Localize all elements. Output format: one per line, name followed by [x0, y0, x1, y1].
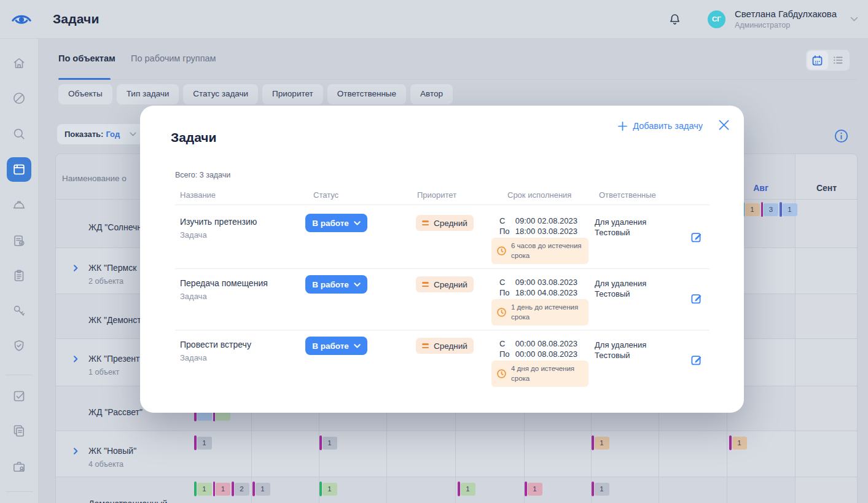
filter-chip-2[interactable]: Статус задачи: [183, 84, 258, 104]
task-count-badge[interactable]: 1: [729, 435, 747, 450]
task-count-badge[interactable]: 3: [761, 202, 779, 217]
expand-chevron-right-icon[interactable]: [73, 356, 79, 362]
add-task-button[interactable]: Добавить задачу: [618, 121, 703, 131]
sidebar-divider: [6, 491, 33, 492]
app-logo-eye-icon[interactable]: [11, 11, 32, 28]
task-count-badge[interactable]: 1: [592, 435, 609, 450]
chevron-down-icon: [354, 283, 361, 287]
sidebar-item-copy[interactable]: [7, 419, 31, 443]
priority-label: Средний: [434, 219, 467, 228]
task-count-badge[interactable]: 1: [458, 482, 475, 496]
sidebar-item-construction[interactable]: [7, 193, 31, 217]
status-dropdown-button[interactable]: В работе: [305, 275, 367, 294]
objects-icon: [12, 162, 26, 177]
task-count-badge[interactable]: 1: [592, 482, 609, 496]
sidebar-item-report-check[interactable]: [7, 228, 31, 253]
badge-priority-bar: [761, 202, 764, 217]
badge-priority-bar: [592, 435, 594, 450]
list-view-button[interactable]: [828, 51, 849, 69]
filter-chip-3[interactable]: Приоритет: [262, 84, 323, 104]
task-row: Передача помещенияЗадачаВ работеСреднийС…: [140, 275, 744, 337]
user-menu-chevron-down-icon[interactable]: [850, 17, 858, 21]
tab-by-objects[interactable]: По объектам: [58, 53, 115, 63]
assignee-name: Для удаления: [595, 340, 646, 350]
assignee-name: Тестовый: [595, 350, 646, 361]
filter-chip-5[interactable]: Автор: [410, 84, 453, 104]
expand-chevron-right-icon[interactable]: [73, 448, 79, 454]
badge-count: 1: [323, 483, 337, 496]
sidebar-item-briefcase-user[interactable]: [7, 454, 31, 479]
sidebar-item-clipboard[interactable]: [7, 263, 31, 288]
clock-icon: [497, 369, 506, 378]
user-name: Светлана Габдулхакова: [735, 9, 837, 19]
filter-bar: ОбъектыТип задачиСтатус задачиПриоритетО…: [58, 84, 453, 104]
sidebar-item-search[interactable]: [7, 122, 31, 146]
chevron-down-icon: [354, 344, 361, 348]
task-assignees: Для удаленияТестовый: [595, 340, 646, 361]
filter-chip-4[interactable]: Ответственные: [327, 84, 406, 104]
task-assignees: Для удаленияТестовый: [595, 217, 646, 238]
badge-count: 3: [764, 203, 778, 216]
user-avatar[interactable]: СГ: [708, 10, 725, 28]
sidebar-item-checkbox[interactable]: [7, 384, 31, 408]
status-dropdown-button[interactable]: В работе: [305, 337, 367, 355]
sidebar-item-blocked[interactable]: [7, 86, 31, 111]
calendar-view-button[interactable]: [807, 51, 828, 69]
sidebar-item-key[interactable]: [7, 298, 31, 323]
tab-by-workgroups[interactable]: По рабочим группам: [131, 53, 216, 63]
assignee-name: Для удаления: [595, 278, 646, 289]
edit-task-icon[interactable]: [690, 292, 702, 304]
active-tab-indicator: [58, 78, 111, 80]
edit-task-icon[interactable]: [690, 354, 702, 365]
copy-icon: [12, 424, 26, 439]
topbar-right: СГ Светлана Габдулхакова Администратор: [668, 9, 868, 30]
deadline-dates: С09:00 03.08.2023По18:00 04.08.2023: [499, 277, 577, 298]
task-count-badge[interactable]: 1: [252, 482, 270, 496]
sidebar-item-home[interactable]: [7, 51, 31, 76]
info-icon[interactable]: [834, 129, 848, 143]
expand-chevron-right-icon[interactable]: [73, 265, 79, 271]
task-count-badge[interactable]: 1: [213, 482, 231, 496]
task-assignees: Для удаленияТестовый: [595, 278, 646, 299]
sidebar-item-objects[interactable]: [7, 157, 31, 182]
badge-count: 2: [235, 483, 249, 496]
deadline-warning: 1 день до истечения срока: [491, 299, 588, 326]
status-label: В работе: [312, 280, 349, 289]
object-name: ЖД "Рассвет": [88, 407, 143, 417]
task-count-badge[interactable]: 1: [780, 202, 797, 217]
task-count-badge[interactable]: 1: [319, 435, 337, 450]
filter-chip-1[interactable]: Тип задачи: [117, 84, 179, 104]
badge-priority-bar: [592, 482, 594, 496]
badge-priority-bar: [194, 482, 197, 496]
user-role: Администратор: [735, 21, 837, 29]
task-count-badge[interactable]: 1: [194, 482, 212, 496]
badge-count: 1: [197, 483, 212, 496]
filter-chip-0[interactable]: Объекты: [58, 84, 112, 104]
status-dropdown-button[interactable]: В работе: [305, 214, 367, 232]
notifications-bell-icon[interactable]: [668, 12, 682, 26]
date-from: С09:00 02.08.2023: [499, 216, 577, 226]
task-name: Провести встречу: [180, 340, 251, 349]
user-info[interactable]: Светлана Габдулхакова Администратор: [735, 9, 837, 30]
name-column-header: Наименование о: [62, 174, 127, 183]
close-icon[interactable]: [719, 120, 729, 130]
task-count-badge[interactable]: 1: [319, 482, 337, 496]
task-badge-group: 1: [729, 435, 747, 450]
priority-badge: Средний: [416, 276, 474, 292]
task-count-badge[interactable]: 1: [194, 435, 212, 450]
badge-priority-bar: [319, 482, 322, 496]
edit-task-icon[interactable]: [690, 231, 702, 243]
deadline-warning: 6 часов до истечения срока: [491, 238, 588, 264]
sidebar-item-shield[interactable]: [7, 333, 31, 358]
checkbox-icon: [12, 389, 26, 404]
deadline-warning: 4 дня до истечения срока: [491, 361, 588, 387]
task-count-badge[interactable]: 2: [232, 482, 249, 496]
badge-count: 1: [783, 203, 797, 216]
date-to: По18:00 03.08.2023: [499, 226, 577, 236]
task-count-badge[interactable]: 1: [742, 202, 760, 217]
grid-line: [56, 477, 857, 477]
priority-label: Средний: [434, 280, 467, 289]
task-count-badge[interactable]: 1: [525, 482, 542, 496]
page-title: Задачи: [53, 12, 100, 26]
show-period-select[interactable]: Показать: Год: [57, 124, 144, 144]
